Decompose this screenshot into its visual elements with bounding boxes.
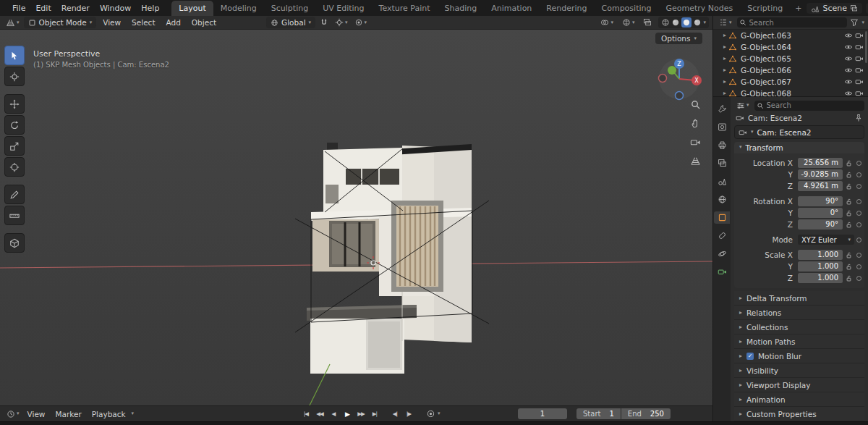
expand-icon[interactable]: ▸ xyxy=(723,91,726,96)
frame-start-field[interactable]: Start 1 xyxy=(576,408,621,419)
expand-icon[interactable]: ▸ xyxy=(723,56,726,62)
animate-dot[interactable] xyxy=(854,264,863,269)
camera-visibility-icon[interactable] xyxy=(855,89,864,96)
menu-window[interactable]: Window xyxy=(95,1,136,16)
lock-icon[interactable] xyxy=(843,274,854,282)
eye-icon[interactable] xyxy=(844,31,853,40)
pan-hand-icon[interactable] xyxy=(690,118,701,129)
transform-panel-header[interactable]: ▾ Transform xyxy=(734,142,864,153)
menu-view[interactable]: View xyxy=(98,17,125,28)
tool-annotate[interactable] xyxy=(4,185,25,204)
properties-editor-type-button[interactable]: ▾ xyxy=(734,101,752,111)
frame-back-button[interactable]: ◀| xyxy=(388,408,401,420)
tool-move[interactable] xyxy=(4,94,25,114)
camera-visibility-icon[interactable] xyxy=(855,77,864,86)
transform-orientation-dropdown[interactable]: Global ▾ xyxy=(266,17,315,28)
show-gizmo-button[interactable]: ▾ xyxy=(598,17,616,28)
lock-icon[interactable] xyxy=(843,221,854,229)
jump-to-end-button[interactable]: ▶| xyxy=(368,408,381,420)
expand-icon[interactable]: ▸ xyxy=(723,44,726,50)
expand-icon[interactable]: ▸ xyxy=(723,33,726,38)
animate-dot[interactable] xyxy=(854,276,863,281)
object-name[interactable]: G-Object.065 xyxy=(741,54,791,63)
location-x-field[interactable]: 25.656 m xyxy=(798,158,843,168)
new-scene-icon[interactable] xyxy=(850,4,858,12)
animate-dot[interactable] xyxy=(854,211,863,216)
tab-compositing[interactable]: Compositing xyxy=(595,1,659,16)
jump-to-start-button[interactable]: |◀ xyxy=(299,408,312,420)
lock-icon[interactable] xyxy=(843,263,854,271)
outliner-row-065[interactable]: ▸ G-Object.065 xyxy=(713,53,868,64)
shading-rendered-icon[interactable] xyxy=(693,18,702,27)
scale-x-field[interactable]: 1.000 xyxy=(798,250,843,260)
eye-icon[interactable] xyxy=(844,54,853,63)
scale-y-field[interactable]: 1.000 xyxy=(798,261,843,272)
timeline-menu-playback[interactable]: Playback xyxy=(88,408,130,420)
zoom-icon[interactable] xyxy=(690,99,701,110)
filter-funnel-icon[interactable] xyxy=(850,18,859,27)
animate-dot[interactable] xyxy=(854,222,863,227)
tab-shading[interactable]: Shading xyxy=(438,1,485,16)
section-motion-paths[interactable]: ▸ Motion Paths xyxy=(734,334,864,349)
tab-scene[interactable] xyxy=(714,175,730,188)
prev-keyframe-button[interactable]: ◀◀ xyxy=(313,408,326,420)
tab-world[interactable] xyxy=(714,193,730,206)
tab-rendering[interactable]: Rendering xyxy=(539,1,594,16)
proportional-edit-button[interactable]: ▾ xyxy=(352,17,370,28)
tab-texture-paint[interactable]: Texture Paint xyxy=(372,1,438,16)
outliner-editor-type-button[interactable]: ▾ xyxy=(717,17,734,28)
lock-icon[interactable] xyxy=(843,159,854,167)
tool-cursor[interactable] xyxy=(4,67,25,86)
section-collections[interactable]: ▸ Collections xyxy=(734,320,864,334)
current-frame-field[interactable]: 1 xyxy=(518,408,567,419)
rotation-x-field[interactable]: 90° xyxy=(798,196,843,206)
frame-end-field[interactable]: End 250 xyxy=(621,408,671,419)
menu-file[interactable]: File xyxy=(7,1,30,16)
outliner-row-068[interactable]: ▸ G-Object.068 xyxy=(713,88,868,96)
tab-object[interactable] xyxy=(714,211,730,224)
camera-visibility-icon[interactable] xyxy=(855,66,864,75)
outliner-row-066[interactable]: ▸ G-Object.066 xyxy=(713,64,868,76)
menu-help[interactable]: Help xyxy=(136,1,164,16)
next-keyframe-button[interactable]: ▶▶ xyxy=(354,408,367,420)
scale-z-field[interactable]: 1.000 xyxy=(798,273,843,283)
tab-object-data[interactable] xyxy=(714,266,730,278)
animate-dot[interactable] xyxy=(854,184,863,189)
show-overlays-button[interactable]: ▾ xyxy=(620,17,637,28)
location-z-field[interactable]: 4.9261 m xyxy=(798,181,843,191)
tab-constraints[interactable] xyxy=(714,230,730,242)
eye-icon[interactable] xyxy=(844,89,853,96)
animate-dot[interactable] xyxy=(854,199,863,204)
tool-add-cube[interactable] xyxy=(4,233,25,253)
tab-physics[interactable] xyxy=(714,248,730,260)
tool-measure[interactable] xyxy=(4,206,25,225)
tool-select[interactable] xyxy=(4,46,25,65)
tool-rotate[interactable] xyxy=(4,115,25,135)
object-name[interactable]: G-Object.068 xyxy=(741,89,791,96)
object-name[interactable]: G-Object.064 xyxy=(741,43,791,51)
toggle-ortho-icon[interactable] xyxy=(690,156,701,167)
lock-icon[interactable] xyxy=(843,171,854,179)
tab-uv-editing[interactable]: UV Editing xyxy=(315,1,371,16)
rotation-y-field[interactable]: 0° xyxy=(798,208,843,218)
snap-settings-button[interactable]: ▾ xyxy=(333,17,350,28)
section-delta-transform[interactable]: ▸ Delta Transform xyxy=(734,291,864,306)
tab-output[interactable] xyxy=(714,139,730,151)
expand-icon[interactable]: ▸ xyxy=(723,67,726,73)
menu-render[interactable]: Render xyxy=(56,1,95,16)
properties-search-input[interactable] xyxy=(767,101,864,109)
outliner-row-064[interactable]: ▸ G-Object.064 xyxy=(713,41,868,53)
tab-render[interactable] xyxy=(714,121,730,133)
rotation-mode-dropdown[interactable]: XYZ Euler ▾ xyxy=(798,235,854,245)
viewport-3d[interactable]: User Perspective (1) SKP Mesh Objects | … xyxy=(0,30,712,405)
object-name[interactable]: G-Object.063 xyxy=(741,31,791,40)
menu-add[interactable]: Add xyxy=(162,17,185,28)
object-name[interactable]: G-Object.066 xyxy=(741,66,791,75)
rotation-z-field[interactable]: 90° xyxy=(798,219,843,230)
lock-icon[interactable] xyxy=(843,182,854,190)
menu-select[interactable]: Select xyxy=(127,17,159,28)
options-dropdown[interactable]: Options ▾ xyxy=(655,33,702,44)
animate-dot[interactable] xyxy=(854,253,863,258)
play-reverse-button[interactable]: ◀ xyxy=(327,408,340,420)
camera-visibility-icon[interactable] xyxy=(855,54,864,63)
